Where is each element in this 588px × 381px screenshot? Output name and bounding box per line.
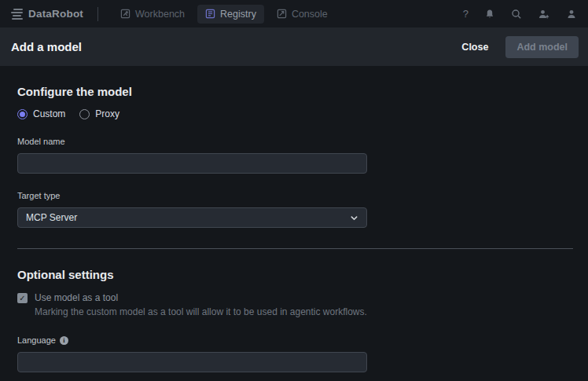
page-header: Add a model Close Add model (0, 27, 588, 66)
tab-console-label: Console (292, 9, 328, 20)
add-model-form: Configure the model Custom Proxy Model n… (0, 66, 588, 381)
radio-proxy[interactable]: Proxy (79, 108, 119, 119)
model-name-input[interactable] (17, 153, 367, 174)
datarobot-brand[interactable]: DataRobot (11, 8, 83, 20)
radio-custom[interactable]: Custom (17, 108, 65, 119)
help-icon[interactable]: ? (463, 8, 469, 20)
optional-settings-section: Optional settings ✓ Use model as a tool … (17, 268, 573, 381)
checkbox-checked-icon[interactable]: ✓ (17, 293, 28, 303)
use-tool-description: Marking the custom model as a tool will … (35, 306, 367, 318)
radio-custom-label: Custom (33, 108, 65, 119)
radio-proxy-label: Proxy (95, 108, 119, 119)
search-icon[interactable] (511, 9, 522, 20)
target-type-select[interactable]: MCP Server (17, 207, 367, 228)
top-navigation-bar: DataRobot Workbench Registry Console ? (0, 0, 588, 27)
language-input[interactable] (17, 352, 367, 372)
model-type-radio-group: Custom Proxy (17, 108, 573, 119)
target-type-value: MCP Server (26, 212, 77, 223)
target-type-label: Target type (17, 191, 367, 200)
page-title: Add a model (11, 40, 82, 53)
topbar-actions: ? (463, 8, 577, 20)
primary-nav-tabs: Workbench Registry Console (112, 5, 336, 24)
use-tool-text-block: Use model as a tool Marking the custom m… (35, 292, 367, 318)
datarobot-logo-icon (11, 9, 23, 20)
language-label-row: Language i (17, 335, 367, 345)
console-icon (277, 9, 287, 19)
header-actions: Close Add model (455, 36, 579, 58)
workbench-icon (120, 9, 130, 19)
user-profile-icon[interactable] (566, 9, 577, 20)
optional-section-heading: Optional settings (17, 268, 573, 281)
notifications-bell-icon[interactable] (484, 9, 495, 20)
tab-workbench-label: Workbench (135, 9, 185, 20)
add-model-button[interactable]: Add model (505, 36, 579, 58)
topbar-divider (97, 7, 98, 21)
info-icon[interactable]: i (60, 336, 68, 345)
model-name-label: Model name (17, 137, 367, 146)
registry-icon (205, 9, 215, 19)
user-settings-icon[interactable] (538, 9, 550, 20)
tab-workbench[interactable]: Workbench (112, 5, 193, 24)
model-name-field-group: Model name (17, 137, 367, 174)
use-model-as-tool-checkbox-row[interactable]: ✓ Use model as a tool Marking the custom… (17, 292, 573, 318)
language-label: Language (17, 335, 56, 345)
tab-console[interactable]: Console (269, 5, 336, 24)
target-type-field-group: Target type MCP Server (17, 191, 367, 228)
brand-name: DataRobot (28, 8, 83, 20)
radio-selected-icon (17, 109, 28, 119)
configure-section-heading: Configure the model (17, 85, 573, 98)
section-divider (17, 248, 573, 249)
radio-unselected-icon (79, 109, 90, 119)
chevron-down-icon (350, 214, 358, 222)
tab-registry-label: Registry (220, 9, 256, 20)
language-field-group: Language i (17, 335, 367, 372)
close-button[interactable]: Close (455, 37, 494, 57)
tab-registry[interactable]: Registry (197, 5, 264, 24)
use-tool-label: Use model as a tool (35, 292, 367, 303)
